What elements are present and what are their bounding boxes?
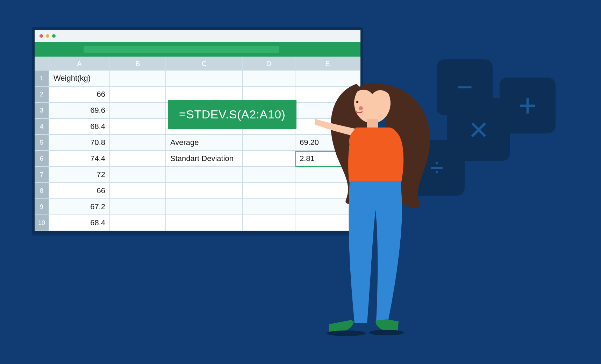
cell-c8[interactable]	[166, 183, 243, 199]
cell-c1[interactable]	[166, 71, 243, 87]
cell-a10[interactable]: 68.4	[49, 215, 110, 231]
cell-b7[interactable]	[110, 167, 166, 183]
spreadsheet-grid[interactable]: A B C D E 1 Weight(kg) 2 66 3 69.6 4 68.…	[35, 57, 360, 231]
cell-b6[interactable]	[110, 151, 166, 167]
cell-b4[interactable]	[110, 119, 166, 135]
cell-b1[interactable]	[110, 71, 166, 87]
toolbar	[35, 42, 360, 57]
col-header-b[interactable]: B	[110, 57, 166, 71]
col-header-corner[interactable]	[35, 57, 49, 71]
svg-point-4	[369, 330, 404, 335]
row-header[interactable]: 6	[35, 151, 49, 167]
cell-d10[interactable]	[243, 215, 295, 231]
cell-b9[interactable]	[110, 199, 166, 215]
cell-b8[interactable]	[110, 183, 166, 199]
cell-c9[interactable]	[166, 199, 243, 215]
col-header-a[interactable]: A	[49, 57, 110, 71]
row-header[interactable]: 10	[35, 215, 49, 231]
minimize-icon[interactable]	[46, 34, 49, 38]
cell-c10[interactable]	[166, 215, 243, 231]
cell-d1[interactable]	[243, 71, 295, 87]
cell-d7[interactable]	[243, 167, 295, 183]
cell-b10[interactable]	[110, 215, 166, 231]
cell-d6[interactable]	[243, 151, 295, 167]
cell-c5[interactable]: Average	[166, 135, 243, 151]
svg-point-2	[356, 101, 358, 103]
row-header[interactable]: 9	[35, 199, 49, 215]
col-header-c[interactable]: C	[166, 57, 243, 71]
cell-a4[interactable]: 68.4	[49, 119, 110, 135]
row-header[interactable]: 4	[35, 119, 49, 135]
cell-b2[interactable]	[110, 87, 166, 103]
toolbar-strip	[84, 46, 279, 53]
cell-c7[interactable]	[166, 167, 243, 183]
svg-point-5	[327, 330, 366, 336]
formula-callout: =STDEV.S(A2:A10)	[168, 100, 296, 129]
person-illustration	[315, 70, 434, 353]
col-header-e[interactable]: E	[295, 57, 360, 71]
row-header[interactable]: 5	[35, 135, 49, 151]
spreadsheet-window: A B C D E 1 Weight(kg) 2 66 3 69.6 4 68.…	[32, 27, 363, 234]
cell-a3[interactable]: 69.6	[49, 103, 110, 119]
cell-a2[interactable]: 66	[49, 87, 110, 103]
row-header[interactable]: 2	[35, 87, 49, 103]
cell-a7[interactable]: 72	[49, 167, 110, 183]
maximize-icon[interactable]	[52, 34, 56, 38]
cell-d5[interactable]	[243, 135, 295, 151]
row-header[interactable]: 1	[35, 71, 49, 87]
close-icon[interactable]	[40, 34, 43, 38]
cell-a5[interactable]: 70.8	[49, 135, 110, 151]
col-header-d[interactable]: D	[243, 57, 295, 71]
svg-point-1	[359, 106, 363, 110]
cell-b5[interactable]	[110, 135, 166, 151]
cell-a8[interactable]: 66	[49, 183, 110, 199]
cell-a9[interactable]: 67.2	[49, 199, 110, 215]
cell-a6[interactable]: 74.4	[49, 151, 110, 167]
cell-d9[interactable]	[243, 199, 295, 215]
row-header[interactable]: 8	[35, 183, 49, 199]
row-header[interactable]: 7	[35, 167, 49, 183]
cell-b3[interactable]	[110, 103, 166, 119]
cell-d8[interactable]	[243, 183, 295, 199]
row-header[interactable]: 3	[35, 103, 49, 119]
cell-a1[interactable]: Weight(kg)	[49, 71, 110, 87]
cell-c6[interactable]: Standart Deviation	[166, 151, 243, 167]
window-titlebar	[35, 30, 360, 42]
